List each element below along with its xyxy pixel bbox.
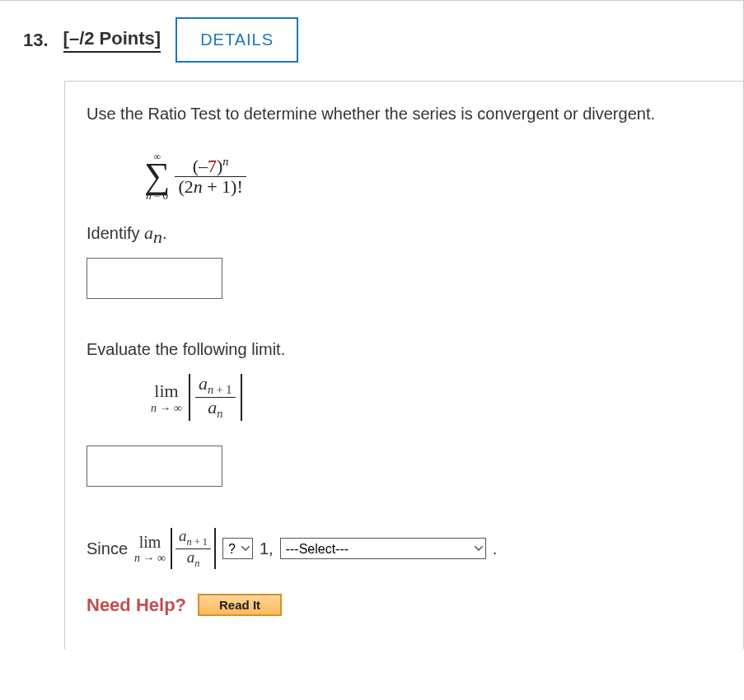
instruction-text: Use the Ratio Test to determine whether … (87, 105, 725, 124)
ratio-fraction-2: an + 1 an (175, 528, 211, 569)
comparison-select[interactable]: ? (222, 538, 253, 559)
period: . (493, 539, 498, 558)
need-help-row: Need Help? Read It (87, 594, 725, 616)
evaluate-label: Evaluate the following limit. (87, 340, 725, 359)
limit-expression: lim n → ∞ an + 1 an (151, 374, 725, 421)
read-it-button[interactable]: Read It (198, 594, 282, 616)
series-fraction: (–7)n (2n + 1)! (175, 156, 246, 198)
result-select[interactable]: ---Select--- (280, 538, 486, 559)
question-header: 13. [–/2 Points] DETAILS (0, 1, 743, 81)
need-help-label: Need Help? (87, 595, 186, 616)
sigma-symbol: ∞ ∑ n = 0 (144, 152, 170, 201)
identify-an-input[interactable] (87, 258, 222, 299)
details-button[interactable]: DETAILS (175, 17, 298, 63)
one-text: 1, (260, 539, 274, 558)
abs-bar-right-2 (214, 528, 216, 569)
abs-bar-left (189, 374, 190, 421)
lim-symbol-2: lim n → ∞ (134, 533, 166, 565)
ratio-fraction: an + 1 an (195, 374, 236, 421)
abs-bar-left-2 (171, 528, 172, 569)
series-expression: ∞ ∑ n = 0 (–7)n (2n + 1)! (144, 152, 725, 201)
points-label: [–/2 Points] (63, 28, 161, 53)
since-text: Since (87, 539, 128, 558)
identify-label: Identify an. (87, 222, 725, 248)
conclusion-row: Since lim n → ∞ an + 1 an ? (87, 528, 725, 569)
abs-bar-right (241, 374, 242, 421)
question-body: Use the Ratio Test to determine whether … (64, 81, 743, 649)
question-number: 13. (23, 30, 49, 51)
limit-input[interactable] (87, 446, 222, 487)
lim-symbol: lim n → ∞ (151, 380, 182, 415)
